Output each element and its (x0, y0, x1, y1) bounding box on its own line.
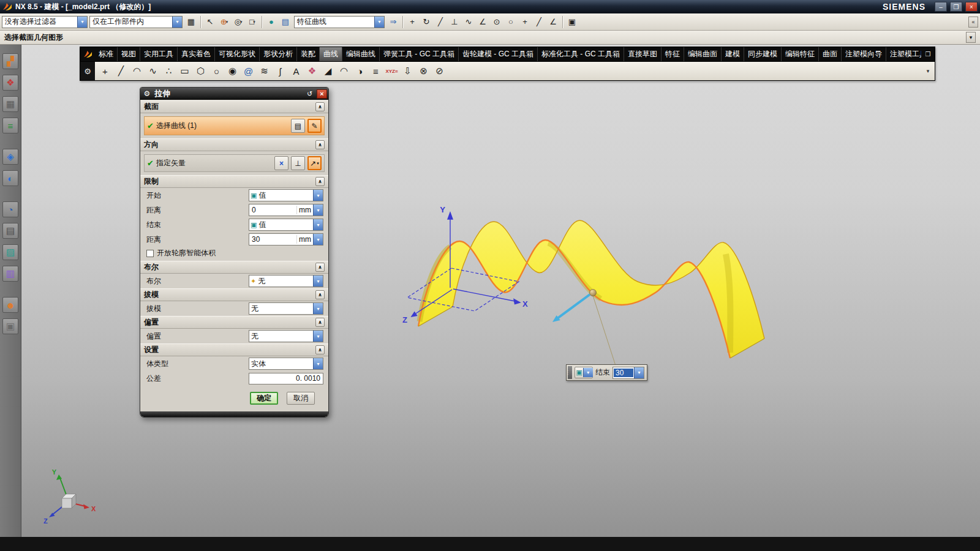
tangent-snap-icon[interactable]: ╱ (532, 15, 546, 29)
dialog-title-bar[interactable]: ⚙ 拉伸 ↺ × (140, 88, 328, 100)
toolbar-dock-button[interactable]: « (968, 17, 978, 28)
ok-button[interactable]: 确定 (250, 392, 278, 405)
onscreen-end-field[interactable]: 30 ▼ (612, 367, 644, 379)
ribbon-tab-标准[interactable]: 标准 (95, 47, 118, 61)
ribbon-tab-直接草图[interactable]: 直接草图 (624, 47, 662, 61)
text-tool-icon[interactable]: A (288, 64, 304, 79)
angle2-snap-icon[interactable]: ∠ (546, 15, 560, 29)
manufacturing-wizard-icon[interactable]: ▨ (2, 244, 18, 260)
highlight-add-icon-caret[interactable]: ▾ (226, 20, 228, 24)
roles-people-icon[interactable]: ☻ (2, 297, 18, 313)
constraint-navigator-icon[interactable]: ▦ (2, 96, 18, 112)
ribbon-tab-特征[interactable]: 特征 (662, 47, 684, 61)
close-button[interactable]: × (965, 2, 978, 12)
minimize-button[interactable]: – (935, 2, 947, 12)
web-browser-icon[interactable]: ◐ (2, 170, 18, 186)
select-arrow-icon[interactable]: ↖ (203, 15, 217, 29)
helix-tool-icon[interactable]: @ (241, 64, 256, 79)
part-navigator-icon[interactable]: ≡ (2, 118, 18, 133)
minibar-value-dropdown[interactable]: ▣ ▼ (575, 367, 593, 378)
curve-snap-icon[interactable]: ∿ (462, 15, 475, 29)
curve-rule-list-button[interactable]: ▤ (291, 119, 305, 133)
selection-filter-combo[interactable]: 没有选择过滤器 ▼ (2, 16, 88, 28)
start-mode-dropdown[interactable]: ▣ 值 ▼ (249, 189, 323, 201)
curve-rule-combo[interactable]: 特征曲线 ▼ (294, 16, 385, 28)
dialog-resize-rail[interactable] (140, 411, 328, 417)
deselect-lasso-button[interactable]: ✎ (307, 119, 322, 133)
ribbon-tab-真实着色[interactable]: 真实着色 (178, 47, 215, 61)
onscreen-end-spinner[interactable]: ▼ (634, 367, 644, 378)
cancel-button[interactable]: 取消 (287, 392, 315, 405)
draft-group-header[interactable]: 拔模 ∧ (140, 288, 328, 301)
process-studio-icon[interactable]: ▤ (2, 223, 18, 239)
curve-rule-dropdown-icon[interactable]: ▼ (374, 17, 384, 28)
ribbon-tab-形状分析[interactable]: 形状分析 (260, 47, 297, 61)
ribbon-tab-装配[interactable]: 装配 (297, 47, 320, 61)
mirror-curve-tool-icon[interactable]: ◑ (352, 64, 368, 79)
section-group-header[interactable]: 截面 ∧ (140, 100, 328, 113)
line-snap-icon[interactable]: ╱ (434, 15, 447, 29)
ribbon-tab-编辑曲面[interactable]: 编辑曲面 (684, 47, 722, 61)
selection-box-icon-caret[interactable]: ▾ (253, 20, 255, 24)
visualization-icon[interactable]: ▥ (2, 266, 18, 282)
body-type-dropdown-icon[interactable]: ▼ (313, 358, 323, 369)
roles-navigator-icon[interactable]: ▞ (2, 53, 18, 69)
selection-box-icon[interactable]: □▾ (246, 15, 259, 29)
end-distance-spinner[interactable]: ▼ (313, 234, 323, 245)
magnet-snap-icon-caret[interactable]: ▾ (240, 20, 243, 24)
ribbon-tab-编辑特征[interactable]: 编辑特征 (782, 47, 819, 61)
end-mode-dropdown-icon[interactable]: ▼ (313, 219, 323, 230)
vector-dialog-button[interactable]: × (274, 156, 288, 170)
ellipse-tool-icon[interactable]: ○ (209, 64, 224, 79)
minibar-dropdown-icon[interactable]: ▼ (583, 368, 593, 377)
angle-snap-icon[interactable]: ∠ (476, 15, 489, 29)
line-tool-icon[interactable]: ╱ (113, 64, 129, 79)
rectangle-tool-icon[interactable]: ▭ (177, 64, 192, 79)
minibar-grip[interactable]: ⋮⋮ (568, 366, 572, 379)
pan-icon[interactable]: + (405, 15, 419, 29)
selection-filter-dropdown-icon[interactable]: ▼ (77, 17, 87, 28)
ribbon-tab-视图[interactable]: 视图 (118, 47, 140, 61)
direction-vector-arrow[interactable] (552, 294, 590, 322)
dialog-reset-button[interactable]: ↺ (304, 89, 315, 99)
circle-snap-icon[interactable]: ○ (504, 15, 518, 29)
title-bar[interactable]: NX 8.5 - 建模 - [_model2.prt （修改的）] SIEMEN… (0, 0, 980, 13)
start-distance-spinner[interactable]: ▼ (313, 204, 323, 216)
ribbon-tab-注塑模向导[interactable]: 注塑模向导 (842, 47, 886, 61)
boolean-collapse-icon[interactable]: ∧ (315, 263, 325, 272)
studio-spline-tool-icon[interactable]: ʃ (273, 64, 288, 79)
ribbon-tab-曲面[interactable]: 曲面 (819, 47, 842, 61)
system-materials-icon[interactable]: ▣ (2, 318, 18, 334)
inferred-vector-button[interactable]: ⊥ (291, 156, 305, 170)
selection-scope-combo[interactable]: 仅在工作部件内 ▼ (89, 16, 183, 28)
arc-tool-icon[interactable]: ◠ (129, 64, 145, 79)
offset-curve-tool-icon[interactable]: ≡ (368, 64, 383, 79)
offset-dropdown[interactable]: 无 ▼ (249, 330, 323, 342)
limits-group-header[interactable]: 限制 ∧ (140, 175, 328, 188)
start-mode-dropdown-icon[interactable]: ▼ (313, 190, 323, 201)
ribbon-tab-实用工具[interactable]: 实用工具 (140, 47, 178, 61)
conic-tool-icon[interactable]: ∿ (145, 64, 160, 79)
chamfer-tool-icon[interactable]: ◢ (320, 64, 336, 79)
circle-tool-icon[interactable]: ◉ (225, 64, 240, 79)
polygon-tool-icon[interactable]: ⬡ (193, 64, 208, 79)
intersect-curve-tool-icon[interactable]: ⊗ (416, 64, 431, 79)
section-curve-tool-icon[interactable]: ⊘ (432, 64, 447, 79)
surface-patch-tool-icon[interactable]: ❖ (304, 64, 320, 79)
nx-menu-logo-icon[interactable] (80, 47, 95, 61)
specify-vector-row[interactable]: ✔ 指定矢量 × ⊥ ↗▾ (144, 154, 325, 172)
direction-collapse-icon[interactable]: ∧ (315, 140, 325, 149)
offset-group-header[interactable]: 偏置 ∧ (140, 316, 328, 329)
magnet-snap-icon[interactable]: ◎▾ (232, 15, 245, 29)
toolbar-gear-icon[interactable]: ⚙ (80, 62, 95, 80)
end-mode-dropdown[interactable]: ▣ 值 ▼ (249, 219, 323, 231)
ribbon-tab-曲线[interactable]: 曲线 (320, 47, 342, 61)
reuse-library-icon[interactable]: ◈ (2, 149, 18, 165)
tolerance-field[interactable]: 0. 0010 (249, 373, 323, 384)
offset-collapse-icon[interactable]: ∧ (315, 318, 325, 327)
offset-dropdown-icon[interactable]: ▼ (313, 331, 323, 342)
history-icon[interactable]: ◔ (2, 201, 18, 217)
clipboard-icon[interactable]: ▣ (565, 15, 579, 29)
fillet-tool-icon[interactable]: ◠ (336, 64, 352, 79)
cue-bar-overflow-button[interactable]: ▾ (966, 32, 976, 43)
